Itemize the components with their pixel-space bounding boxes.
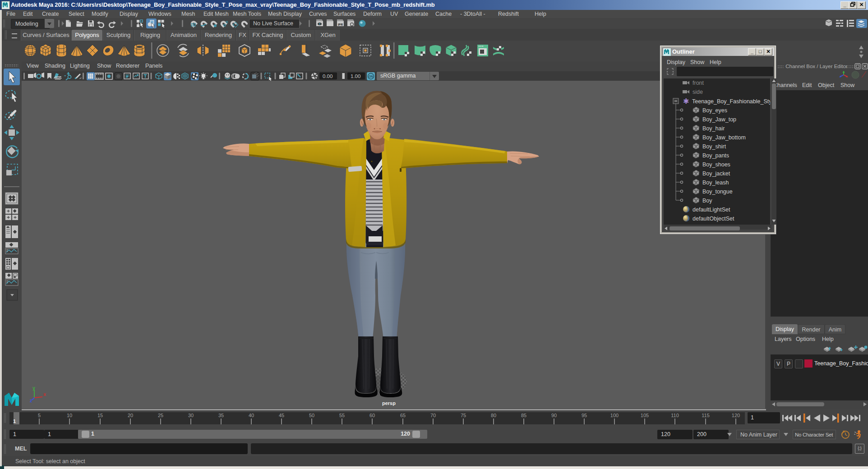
svg-text:105: 105: [641, 413, 649, 418]
svg-text:120: 120: [732, 413, 740, 418]
svg-text:30: 30: [188, 413, 194, 418]
svg-text:15: 15: [97, 413, 103, 418]
svg-text:40: 40: [249, 413, 254, 418]
svg-text:Boy_shoes: Boy_shoes: [702, 161, 730, 168]
svg-text:y: y: [32, 385, 36, 391]
svg-text:10: 10: [67, 413, 72, 418]
svg-text:x: x: [43, 391, 46, 397]
svg-text:Boy_leash: Boy_leash: [702, 179, 729, 186]
svg-text:Boy_jacket: Boy_jacket: [702, 170, 730, 177]
svg-text:55: 55: [339, 413, 345, 418]
svg-text:Teenage_Boy_Fashionable_Style_: Teenage_Boy_Fashionable_Style_: [692, 98, 770, 105]
svg-text:Boy_eyes: Boy_eyes: [702, 107, 727, 114]
svg-text:1: 1: [13, 418, 16, 424]
svg-text:70: 70: [430, 413, 436, 418]
svg-text:front: front: [693, 80, 704, 86]
svg-text:Boy_tongue: Boy_tongue: [702, 189, 733, 195]
svg-text:80: 80: [491, 413, 496, 418]
svg-text:25: 25: [158, 413, 163, 418]
svg-text:defaultLightSet: defaultLightSet: [693, 207, 730, 213]
svg-text:65: 65: [400, 413, 406, 418]
svg-text:0.00: 0.00: [323, 74, 332, 79]
svg-text:ON: ON: [369, 75, 373, 78]
svg-text:defaultObjectSet: defaultObjectSet: [693, 216, 734, 222]
svg-text:100: 100: [610, 413, 619, 418]
svg-text:35: 35: [218, 413, 224, 418]
svg-text:5: 5: [38, 413, 41, 418]
svg-text:60: 60: [369, 413, 375, 418]
svg-text:110: 110: [671, 413, 679, 418]
svg-text:75: 75: [461, 413, 466, 418]
svg-text:115: 115: [702, 413, 710, 418]
svg-text:Boy_shirt: Boy_shirt: [702, 143, 726, 150]
svg-text:IPR: IPR: [338, 23, 343, 26]
svg-text:Boy: Boy: [702, 198, 712, 204]
svg-text:90: 90: [551, 413, 557, 418]
svg-text:Boy_hair: Boy_hair: [702, 125, 725, 132]
svg-text:Boy_Jaw_bottom: Boy_Jaw_bottom: [702, 134, 746, 141]
svg-text:1.00: 1.00: [351, 74, 360, 79]
svg-text:85: 85: [521, 413, 526, 418]
svg-text:✱: ✱: [683, 97, 689, 105]
svg-text:Boy_Jaw_top: Boy_Jaw_top: [702, 116, 736, 123]
svg-text:95: 95: [582, 413, 587, 418]
svg-text:Boy_pants: Boy_pants: [702, 152, 729, 159]
svg-text:20: 20: [128, 413, 133, 418]
svg-text:side: side: [693, 89, 703, 95]
svg-text:z: z: [30, 398, 32, 403]
svg-text:45: 45: [279, 413, 284, 418]
svg-text:50: 50: [309, 413, 314, 418]
